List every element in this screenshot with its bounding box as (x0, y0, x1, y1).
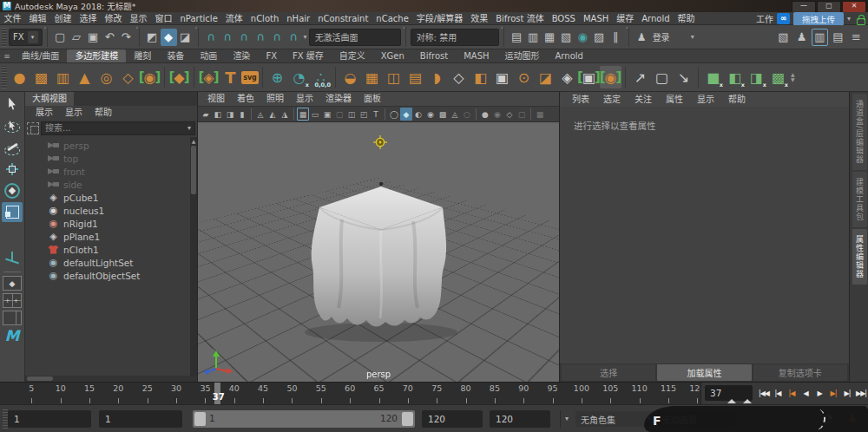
field-chart-icon[interactable]: ◫ (345, 108, 358, 121)
outliner-item-defaultObjectSet[interactable]: ◉defaultObjectSet (25, 269, 197, 282)
attribute-editor-button[interactable]: 加载属性 (657, 364, 751, 381)
rotate-tool-icon[interactable] (2, 180, 23, 200)
plugin-shading-icon[interactable]: ▢ (516, 108, 528, 121)
light-editor-icon[interactable]: ▨ (591, 29, 608, 46)
outliner-item-pCube1[interactable]: ◈pCube1 (25, 191, 197, 204)
viewport-camera-icon[interactable]: ▰ (200, 108, 212, 121)
svg-tool-icon[interactable]: svg (241, 71, 259, 84)
playback-end-field[interactable]: 120 (422, 410, 483, 428)
shelf-tab[interactable]: 自定义 (332, 49, 373, 62)
menu-item[interactable]: 创建 (50, 12, 76, 25)
viewport-image-plane-icon[interactable]: ▮ (236, 108, 248, 121)
render-settings-icon[interactable]: ▧ (558, 29, 575, 46)
menu-item[interactable]: 修改 (101, 12, 126, 25)
go-to-end-button[interactable]: ▶▶| (854, 384, 868, 402)
menu-item[interactable]: Arnold (638, 12, 674, 25)
play-backwards-button[interactable]: ◀ (799, 384, 812, 402)
poly-cylinder-icon[interactable]: ▥ (52, 66, 74, 88)
poly-torus-icon[interactable]: ◎ (95, 66, 117, 88)
viewport-menu-item[interactable]: 视图 (201, 92, 231, 106)
shelf-tab[interactable]: 曲线/曲面 (14, 49, 67, 62)
search-dropdown-icon[interactable]: ▾ (187, 122, 191, 134)
viewport-camera-attrs-icon[interactable]: ◧ (212, 108, 224, 121)
status-line-grip[interactable] (2, 28, 7, 47)
menu-item[interactable]: nCloth (247, 12, 282, 25)
step-forward-key-button[interactable]: ▶| (826, 384, 840, 402)
menu-item[interactable]: nParticle (176, 12, 221, 25)
outliner-item-nRigid1[interactable]: ◉nRigid1 (25, 217, 197, 230)
select-hierarchy-icon[interactable]: ◩ (144, 29, 161, 46)
outliner-item-side[interactable]: side (25, 178, 197, 191)
outliner-menu-item[interactable]: 展示 (30, 106, 58, 120)
safe-action-icon[interactable]: ◰ (358, 108, 370, 121)
poly-star-icon[interactable]: [◈] (198, 66, 220, 88)
character-set-selector[interactable]: 无角色集 (575, 411, 654, 427)
menu-set-selector[interactable]: FX ▾ (9, 29, 43, 46)
xray-joints-icon[interactable]: ◉ (491, 108, 503, 121)
outliner-menu-item[interactable]: 显示 (60, 106, 88, 120)
make-live-icon[interactable]: ∩ (286, 29, 302, 46)
bend-deformer-icon[interactable]: ◗ (426, 66, 448, 88)
all-lights-icon[interactable]: ◭ (266, 108, 279, 121)
delete-vertex-icon[interactable]: ◨x (746, 66, 767, 88)
playback-range-slider[interactable]: 1 120 (193, 410, 415, 428)
shelf-tab[interactable]: Bifrost (412, 49, 456, 62)
shelf-menu-icon[interactable]: ≡ (0, 50, 14, 62)
lasso-select-tool-icon[interactable] (2, 115, 23, 135)
poly-disc-icon[interactable]: [◉] (139, 66, 161, 88)
wrap-cube-icon[interactable]: ◧ (470, 66, 491, 88)
time-ruler[interactable]: 5101520253035404550556065707580859095100… (0, 383, 700, 405)
shadows-icon[interactable]: ◮ (279, 108, 291, 121)
shelf-scroll-icon[interactable]: ▲▼ (791, 72, 795, 82)
drag-upload-button[interactable]: 拖拽上传 (793, 12, 844, 26)
shelf-tab[interactable]: XGen (373, 49, 412, 62)
shelf-tab[interactable]: Arnold (548, 49, 591, 62)
shelf-tab[interactable]: FX (258, 49, 285, 62)
shelf-tab[interactable]: 雕刻 (126, 49, 159, 62)
construction-plane-icon[interactable]: ⊕ (266, 66, 288, 88)
multisample-icon[interactable]: ▦ (534, 108, 546, 121)
shelf-tab[interactable]: FX 缓存 (285, 49, 332, 62)
poly-cone-icon[interactable]: ▲ (74, 66, 95, 88)
attribute-editor-menu-item[interactable]: 关注 (628, 92, 659, 107)
close-button[interactable]: ✕ (842, 1, 866, 13)
gate-mask-icon[interactable]: ▢ (333, 108, 345, 121)
undo-icon[interactable]: ↶ (102, 29, 118, 46)
viewport-menu-item[interactable]: 显示 (290, 92, 319, 106)
menu-item[interactable]: nHair (283, 12, 314, 25)
multi-cut-icon[interactable]: ◫ (383, 66, 404, 88)
attribute-editor-button[interactable]: 复制选项卡 (753, 364, 847, 381)
outliner-item-front[interactable]: front (25, 165, 197, 178)
poly-cube-icon[interactable]: ▩ (30, 66, 52, 88)
film-gate-icon[interactable]: ▭ (309, 108, 321, 121)
shelf-tab[interactable]: 运动图形 (497, 49, 548, 62)
outliner-filter-icon[interactable] (27, 122, 39, 134)
shelf-tab[interactable]: 多边形建模 (67, 49, 126, 62)
attribute-editor-menu-item[interactable]: 选定 (596, 92, 628, 107)
render-sequence-icon[interactable]: ▦ (542, 29, 558, 46)
attribute-editor-toggle-icon[interactable]: ▤ (830, 29, 846, 46)
attribute-editor-menu-item[interactable]: 帮助 (721, 92, 753, 107)
menu-item[interactable]: 窗口 (151, 12, 176, 25)
step-forward-frame-button[interactable]: ▶| (840, 384, 854, 402)
snap-view-plane-icon[interactable]: ∩ (269, 29, 286, 46)
outliner-item-defaultLightSet[interactable]: ◉defaultLightSet (25, 256, 197, 269)
viewport-canvas[interactable]: persp (198, 121, 559, 382)
menu-item[interactable]: Bifrost 流体 (492, 12, 548, 25)
play-forwards-button[interactable]: ▶ (812, 384, 826, 402)
menu-item[interactable]: MASH (579, 12, 612, 25)
viewport-menu-item[interactable]: 面板 (358, 92, 387, 106)
grid-fill-icon[interactable]: ▤ (404, 66, 426, 88)
resolution-gate-icon[interactable]: ▣ (321, 108, 333, 121)
menu-item[interactable]: 缓存 (613, 12, 638, 25)
safe-title-icon[interactable]: T (370, 108, 382, 121)
outliner-search-input[interactable]: 搜索... ▾ (41, 121, 195, 135)
menu-item[interactable]: 帮助 (674, 12, 699, 25)
menu-item[interactable]: 选择 (76, 12, 101, 25)
snap-projected-center-icon[interactable]: ∩ (253, 29, 269, 46)
stack-layers-icon[interactable]: ◈ (556, 66, 578, 88)
wireframe-on-shaded-icon[interactable]: ▩ (437, 108, 449, 121)
marquee-select-icon[interactable]: [▣] (578, 66, 600, 88)
snap-point-icon[interactable]: ∩ (236, 29, 253, 46)
lock-icon[interactable] (856, 14, 866, 24)
